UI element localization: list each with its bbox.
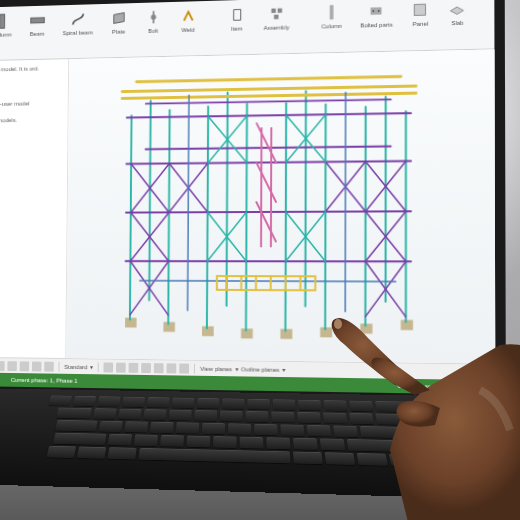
- ribbon-btn-panel[interactable]: Panel: [407, 0, 434, 29]
- svg-line-48: [137, 76, 401, 81]
- svg-rect-27: [401, 320, 413, 330]
- plate-icon: [110, 9, 127, 27]
- side-text-1: user model. It is ord.: [0, 65, 63, 74]
- qb-outline-planes[interactable]: Outline planes: [241, 366, 279, 373]
- column-icon: [0, 12, 11, 30]
- ribbon-btn-weld[interactable]: Weld: [175, 5, 200, 35]
- qb-tool-5[interactable]: [32, 361, 42, 371]
- side-text-2: g.: [0, 82, 62, 91]
- qb-tool-6[interactable]: [44, 361, 54, 371]
- svg-line-38: [305, 91, 306, 306]
- chevron-down-icon: ▾: [282, 366, 285, 373]
- svg-line-44: [146, 100, 391, 104]
- svg-line-47: [122, 93, 416, 98]
- svg-line-28: [130, 116, 132, 320]
- spiral-icon: [69, 10, 86, 28]
- panel-icon: [411, 0, 429, 19]
- qb-tool-3[interactable]: [7, 361, 17, 371]
- ribbon-btn-slab[interactable]: Slab: [444, 0, 471, 28]
- app-window: Column Beam Spiral beam Plate: [0, 0, 495, 395]
- svg-line-74: [256, 162, 276, 202]
- ribbon-btn-spiral[interactable]: Spiral beam: [59, 8, 97, 38]
- item-icon: [228, 6, 246, 24]
- slab-icon: [448, 0, 467, 18]
- chevron-down-icon: ▾: [235, 365, 238, 372]
- svg-line-33: [325, 105, 326, 330]
- qb-snap-2[interactable]: [116, 362, 126, 372]
- ribbon-btn-beam[interactable]: Beam: [25, 9, 50, 39]
- status-selection: 0 objects and 0 handles selected: [398, 383, 489, 391]
- 3d-viewport[interactable]: [66, 49, 495, 363]
- chevron-down-icon: ▾: [90, 363, 93, 370]
- qb-snap-4[interactable]: [142, 362, 152, 372]
- beam-icon: [29, 11, 46, 29]
- qb-snap-3[interactable]: [129, 362, 139, 372]
- svg-line-30: [207, 107, 208, 329]
- svg-rect-8: [371, 7, 382, 15]
- qb-snap-7[interactable]: [180, 363, 190, 373]
- qb-tool-4[interactable]: [20, 361, 30, 371]
- ribbon-btn-assembly[interactable]: Assembly: [259, 2, 293, 33]
- svg-rect-3: [152, 11, 154, 23]
- svg-line-29: [168, 110, 169, 324]
- qb-tool-2[interactable]: [0, 361, 5, 371]
- assembly-icon: [267, 5, 285, 23]
- svg-line-36: [149, 101, 150, 301]
- ribbon-btn-column2[interactable]: Column: [317, 1, 346, 32]
- column2-icon: [323, 3, 341, 21]
- svg-rect-0: [0, 14, 5, 28]
- svg-line-46: [122, 86, 416, 92]
- svg-rect-11: [415, 4, 426, 15]
- svg-line-80: [140, 281, 396, 282]
- ribbon-btn-item[interactable]: Item: [224, 4, 250, 34]
- svg-line-76: [261, 128, 262, 246]
- qb-snap-1[interactable]: [104, 362, 114, 372]
- ribbon-btn-bolt[interactable]: Bolt: [141, 6, 166, 36]
- ribbon-btn-plate[interactable]: Plate: [106, 7, 131, 37]
- bolt-icon: [145, 8, 162, 26]
- side-panel: user model. It is ord. g. multi-user mod…: [0, 59, 69, 358]
- laptop-keyboard: [0, 388, 520, 501]
- svg-line-73: [257, 123, 277, 163]
- svg-rect-1: [31, 18, 45, 24]
- qb-snap-6[interactable]: [167, 363, 177, 373]
- svg-line-78: [188, 95, 189, 310]
- svg-rect-5: [277, 8, 281, 13]
- qb-standard-dropdown[interactable]: Standard: [64, 363, 87, 369]
- qb-snap-5[interactable]: [154, 363, 164, 373]
- svg-rect-7: [330, 5, 334, 19]
- svg-line-31: [246, 104, 247, 331]
- qb-view-planes[interactable]: View planes: [200, 365, 232, 371]
- svg-line-32: [285, 103, 286, 331]
- svg-line-75: [256, 202, 276, 242]
- bolted-icon: [367, 2, 385, 21]
- steel-structure-model: [66, 49, 495, 363]
- side-text-3: multi-user model: [0, 100, 62, 109]
- svg-rect-6: [274, 15, 278, 20]
- svg-line-37: [227, 93, 228, 306]
- status-phase: Current phase: 1, Phase 1: [11, 377, 78, 384]
- ribbon-btn-bolted[interactable]: Bolted parts: [356, 0, 397, 31]
- side-text-4: red models.: [0, 117, 62, 126]
- ribbon-btn-column[interactable]: Column: [0, 10, 16, 39]
- svg-rect-4: [271, 8, 275, 13]
- weld-icon: [179, 7, 197, 25]
